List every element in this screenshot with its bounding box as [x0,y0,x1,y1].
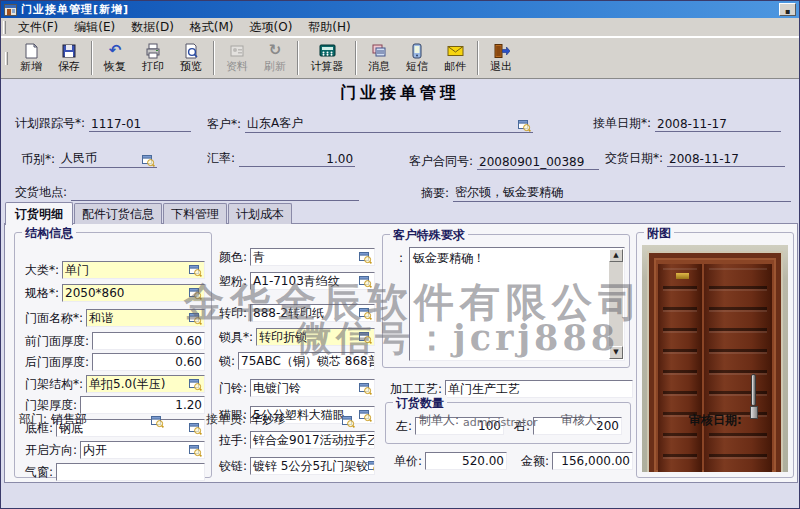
doorbell-lookup-icon[interactable] [359,382,372,395]
save-button[interactable]: 保存 [50,39,88,77]
tab-fitting-info[interactable]: 配件订货信息 [74,203,162,224]
hinge-input[interactable]: 镀锌 5公分5孔门架铰 [250,457,375,475]
message-icon [371,42,387,59]
lockset-input[interactable]: 转印折锁 [256,328,375,346]
color-input[interactable]: 青 [250,248,375,266]
tab-order-detail[interactable]: 订货明细 [5,202,73,225]
unit-price-input[interactable]: 520.00 [425,452,507,470]
auditor-field: 审核人: [561,412,605,429]
titlebar-button[interactable]: ▪ [779,3,796,16]
open-direction-input[interactable]: 内开 [80,441,205,459]
amount-input[interactable]: 156,000.00 [552,452,633,470]
toolbar-separator [91,41,93,75]
process-input[interactable]: 单门生产工艺 [445,380,633,398]
sms-icon [409,42,425,59]
menu-options[interactable]: 选项(O) [242,18,301,37]
face-name-lookup-icon[interactable] [189,312,202,325]
menu-file[interactable]: 文件(F) [10,18,66,37]
menu-format[interactable]: 格式(M) [182,18,242,37]
new-button[interactable]: 新增 [12,39,50,77]
face-name-field: 门面名称*: 和谐 [25,309,205,327]
data-button: 资料 [218,39,256,77]
scroll-up-icon[interactable]: ▲ [609,249,623,262]
tab-plan-cost[interactable]: 计划成本 [228,203,292,224]
hinge-lookup-icon[interactable] [368,460,375,473]
vent-input[interactable] [56,463,205,481]
back-thickness-input[interactable]: 0.60 [92,353,205,371]
transfer-input[interactable]: 888-2转印纸 [250,304,375,322]
mail-button[interactable]: 邮件 [436,39,474,77]
face-name-input[interactable]: 和谐 [86,309,205,327]
frame-structure-lookup-icon[interactable] [189,378,202,391]
menu-edit[interactable]: 编辑(E) [66,18,123,37]
place-input[interactable] [71,185,359,201]
lockset-lookup-icon[interactable] [359,331,372,344]
customer-input[interactable]: 山东A客户 [245,115,533,133]
scroll-down-icon[interactable]: ▼ [609,346,623,359]
contract-input[interactable]: 20080901_00389 [477,154,599,170]
doorbell-input[interactable]: 电镀门铃 [250,379,375,397]
toolbar: 新增 保存 ↶ 恢复 打印 预览 资料 ↻ 刷新 [1,37,799,79]
refresh-icon: ↻ [269,42,282,59]
preview-button[interactable]: 预览 [172,39,210,77]
customer-lookup-icon[interactable] [518,119,531,132]
order-taker-lookup-icon[interactable] [342,415,355,428]
powder-input[interactable]: A1-7103青绉纹 [250,272,375,290]
spec-input[interactable]: 2050*860 [62,284,205,302]
order-date-input[interactable]: 2008-11-17 [655,116,781,132]
category-input[interactable]: 单门 [62,261,205,279]
tab-cutting[interactable]: 下料管理 [163,203,227,224]
window-title: 门业接单管理[新增] [21,2,129,17]
front-thickness-input[interactable]: 0.60 [92,332,205,350]
dept-input[interactable]: 销售部 [51,411,151,428]
spec-lookup-icon[interactable] [189,287,202,300]
place-field: 交货地点: [15,184,359,201]
customer-label: 客户*: [207,116,241,133]
rate-input[interactable]: 1.00 [239,151,355,167]
calculator-icon [319,42,336,59]
dept-lookup-icon[interactable] [151,415,164,428]
color-lookup-icon[interactable] [359,251,372,264]
summary-input[interactable]: 密尔顿，钣金要精确 [453,184,791,202]
save-icon [61,42,77,59]
place-label: 交货地点: [15,184,67,201]
summary-field: 摘要: 密尔顿，钣金要精确 [421,184,791,202]
frame-structure-input[interactable]: 单扣5.0(半压) [86,375,205,393]
customer-field: 客户*: 山东A客户 [207,115,533,133]
currency-label: 币别*: [21,151,55,168]
door-lockplate [750,406,758,419]
bottom-frame-lookup-icon[interactable] [189,422,202,435]
menu-data[interactable]: 数据(D) [123,18,182,37]
exit-button[interactable]: 退出 [482,39,520,77]
transfer-lookup-icon[interactable] [359,307,372,320]
order-date-label: 接单日期*: [593,115,651,132]
rate-field: 汇率: 1.00 [207,150,355,167]
currency-input[interactable]: 人民币 [59,150,157,168]
message-button[interactable]: 消息 [360,39,398,77]
order-taker-input[interactable]: 华妙珍 [250,411,342,428]
calculator-button[interactable]: 计算器 [302,39,352,77]
exit-icon [493,42,510,59]
lock-input[interactable]: 75ABC（铜）锁芯 868普 [238,352,375,370]
print-button[interactable]: 打印 [134,39,172,77]
powder-lookup-icon[interactable] [359,275,372,288]
peephole-lookup-icon[interactable] [359,409,372,422]
audit-date-field: 审核日期: [689,412,746,429]
delivery-date-input[interactable]: 2008-11-17 [667,151,785,167]
menu-help[interactable]: 帮助(H) [300,18,358,37]
special-request-textarea[interactable]: 钣金要精确！ ▲ ▼ [409,247,625,361]
new-icon [23,42,39,59]
currency-lookup-icon[interactable] [142,154,155,167]
pull-handle-field: 拉手: 锌合金9017活动拉手乙 [219,431,375,449]
pull-handle-input[interactable]: 锌合金9017活动拉手乙 [250,431,375,449]
special-request-scrollbar[interactable]: ▲ ▼ [609,249,623,359]
plan-no-input[interactable]: 1117-01 [89,116,191,132]
open-direction-lookup-icon[interactable] [189,444,202,457]
sms-button[interactable]: 短信 [398,39,436,77]
attachment-group-title: 附图 [644,225,674,242]
maker-field: 制单人: administrator [419,412,537,429]
quantity-group-title: 订货数量 [393,395,447,412]
category-lookup-icon[interactable] [189,264,202,277]
restore-button[interactable]: ↶ 恢复 [96,39,134,77]
delivery-date-label: 交货日期*: [605,150,663,167]
